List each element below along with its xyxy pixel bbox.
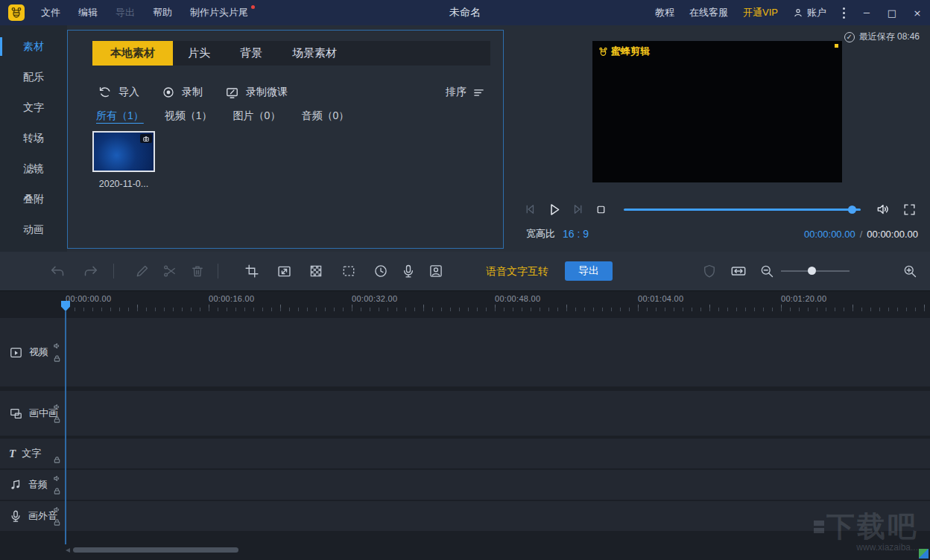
track-video-header: 视频 [0,318,66,386]
lock-track-button[interactable] [53,518,61,526]
fit-timeline-button[interactable] [729,261,748,281]
filter-image[interactable]: 图片（0） [233,109,281,123]
crop-button[interactable] [242,261,262,281]
voiceover-track-icon [9,509,22,523]
seek-track [624,209,861,211]
mute-track-button[interactable] [53,474,61,483]
sidebar-item-material[interactable]: 素材 [0,31,67,62]
check-icon: ✓ [844,32,855,42]
track-voiceover-header: 画外音 [0,501,66,531]
export-button[interactable]: 导出 [565,261,613,281]
media-item[interactable]: 2020-11-0... [92,131,156,189]
sidebar-item-transition[interactable]: 转场 [0,123,67,153]
selection-region-button[interactable] [339,261,358,281]
track-pip: 画中画 [0,391,930,436]
lock-track-button[interactable] [53,456,61,464]
close-button[interactable]: × [905,0,930,25]
timeline-zoom-handle[interactable] [808,267,816,275]
lock-track-button[interactable] [53,354,61,363]
scroll-left-arrow[interactable] [66,548,70,553]
seek-handle[interactable] [848,206,856,214]
zoom-out-button[interactable] [757,261,776,281]
corner-dot [835,44,838,48]
tab-scene-material[interactable]: 场景素材 [277,41,352,66]
menu-help[interactable]: 帮助 [144,0,181,25]
tab-background[interactable]: 背景 [225,41,277,66]
mute-track-button[interactable] [53,403,61,411]
playback-time: 00:00:00.00 / 00:00:00.00 [804,229,918,240]
support-link[interactable]: 在线客服 [682,0,736,25]
record-lesson-label: 录制微课 [246,86,288,99]
aspect-ratio-label: 宽高比 [526,227,555,241]
minimize-button[interactable]: ─ [854,0,879,25]
mute-track-button[interactable] [53,506,61,514]
filter-video[interactable]: 视频（1） [165,109,212,123]
video-track-icon [9,346,23,360]
voice-text-convert-button[interactable]: 语音文字互转 [486,252,548,290]
sidebar-item-music[interactable]: 配乐 [0,62,67,92]
split-button[interactable] [160,261,180,281]
filter-all[interactable]: 所有（1） [96,109,144,123]
zoom-in-button[interactable] [900,261,920,281]
record-label: 录制 [182,86,203,99]
maximize-button[interactable]: □ [879,0,905,25]
shield-button[interactable] [700,261,719,281]
media-item-caption: 2020-11-0... [92,179,155,189]
menu-edit[interactable]: 编辑 [69,0,107,25]
fullscreen-button[interactable] [902,203,917,217]
audio-track-icon [9,478,22,491]
track-text-label: 文字 [22,447,41,460]
play-button[interactable] [546,202,562,217]
redo-button[interactable] [80,261,100,281]
portrait-button[interactable] [426,261,446,281]
mute-track-button[interactable] [53,342,61,350]
import-button[interactable]: 导入 [98,86,139,100]
sidebar-item-overlay[interactable]: 叠附 [0,184,67,214]
timeline-ruler[interactable]: 00:00:00.00 00:00:16.00 00:00:32.00 00:0… [0,291,930,316]
more-menu-button[interactable] [834,7,854,19]
record-button[interactable]: 录制 [162,86,203,99]
undo-button[interactable] [48,261,67,281]
sort-button[interactable]: 排序 [446,86,485,99]
sort-label: 排序 [446,86,466,99]
delete-button[interactable] [188,261,207,281]
record-lesson-button[interactable]: 录制微课 [225,86,288,100]
app-logo-icon[interactable] [8,4,25,21]
sidebar: 素材 配乐 文字 转场 滤镜 叠附 动画 [0,25,67,252]
transport-controls [523,200,920,218]
save-status-label: 最近保存 08:46 [859,31,920,43]
stop-button[interactable] [595,203,607,216]
aspect-ratio-value[interactable]: 16 : 9 [563,228,589,240]
sidebar-item-animation[interactable]: 动画 [0,214,67,245]
menu-file[interactable]: 文件 [32,0,69,25]
filter-audio[interactable]: 音频（0） [301,109,349,123]
seek-slider[interactable] [624,200,861,218]
ruler-label: 00:01:04.00 [638,294,683,303]
duration-button[interactable] [371,261,390,281]
edit-button[interactable] [133,261,152,281]
record-icon [162,86,175,99]
horizontal-scrollbar[interactable] [73,547,238,553]
volume-button[interactable] [876,202,891,217]
canvas-scale-button[interactable] [274,261,294,281]
mosaic-button[interactable] [306,261,326,281]
account-button[interactable]: 账户 [785,6,834,19]
camera-badge-icon [140,134,152,143]
track-video-label: 视频 [29,346,48,359]
sidebar-item-filter[interactable]: 滤镜 [0,153,67,184]
lock-track-button[interactable] [53,487,61,495]
ruler-label: 00:00:32.00 [352,294,397,303]
media-filters: 所有（1） 视频（1） 图片（0） 音频（0） [96,109,349,123]
track-audio: 音频 [0,470,930,500]
prev-frame-button[interactable] [523,203,537,216]
vip-link[interactable]: 开通VIP [736,0,785,25]
voice-record-button[interactable] [399,261,418,281]
lock-track-button[interactable] [53,416,61,424]
tab-local-material[interactable]: 本地素材 [92,41,173,66]
sidebar-item-text[interactable]: 文字 [0,92,67,123]
toolbar-divider [113,264,114,279]
next-frame-button[interactable] [572,203,585,216]
tutorial-link[interactable]: 教程 [648,0,682,25]
menu-make-intro-outro[interactable]: 制作片头片尾 [181,0,257,25]
tab-intro[interactable]: 片头 [173,41,225,66]
